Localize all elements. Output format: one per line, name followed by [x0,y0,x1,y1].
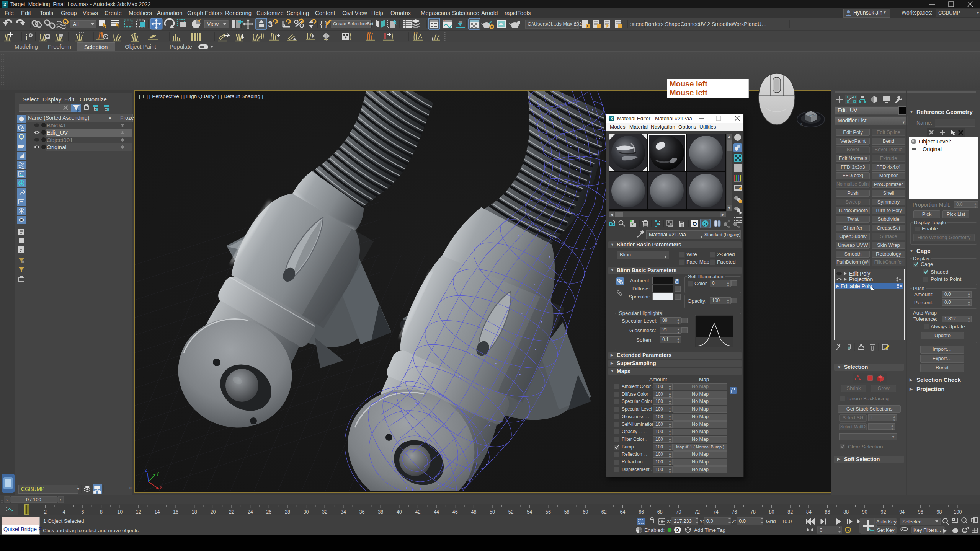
svg-text:28: 28 [285,509,290,515]
svg-text:z: z [145,468,147,473]
svg-text:38: 38 [378,509,383,515]
svg-text:22: 22 [229,509,234,515]
svg-text:26: 26 [266,509,271,515]
svg-text:All: All [73,21,79,27]
svg-text:12: 12 [136,509,141,515]
svg-text:94: 94 [899,509,905,515]
svg-text:4: 4 [63,509,65,515]
svg-text:60: 60 [583,509,588,515]
svg-text:88: 88 [843,509,849,515]
svg-text:18: 18 [192,509,197,515]
svg-text:Original: Original [923,146,942,152]
svg-text:Z:: Z: [732,518,737,524]
svg-text:y: y [157,471,159,476]
svg-text:16: 16 [173,509,178,515]
svg-text:ShapeConnect: ShapeConnect [665,21,701,27]
svg-text:100: 100 [954,509,962,515]
svg-text:C:\Users\JI...ds Max 202…: C:\Users\JI...ds Max 202… [528,21,587,27]
svg-text:96: 96 [918,509,923,515]
svg-text:0: 0 [820,527,822,533]
svg-text:70: 70 [676,509,681,515]
svg-text:14: 14 [155,509,160,515]
svg-text:64: 64 [620,509,626,515]
svg-text:Object Level:: Object Level: [919,139,951,145]
svg-text:Auto Key: Auto Key [876,519,897,525]
svg-text:O: O [693,220,697,227]
svg-text:58: 58 [564,509,570,515]
svg-text:View: View [207,21,219,27]
svg-text:56: 56 [546,509,551,515]
svg-text:‹: ‹ [6,497,8,502]
svg-text:[ + ] [ Perspective ] [ High Q: [ + ] [ Perspective ] [ High Quality* ] … [139,93,263,99]
svg-text:90: 90 [862,509,867,515]
svg-text:74: 74 [713,509,719,515]
svg-text:42: 42 [415,509,420,515]
svg-text:6: 6 [81,509,84,515]
svg-text:0.0: 0.0 [739,518,746,524]
svg-text:8: 8 [100,509,103,515]
svg-text:S: S [800,122,803,127]
svg-text:32: 32 [322,509,327,515]
svg-text:52: 52 [508,509,514,515]
svg-text:3: 3 [3,2,6,7]
svg-text:48: 48 [471,509,476,515]
svg-text:›: › [60,497,61,502]
svg-text:92: 92 [880,509,886,515]
svg-text:0 / 100: 0 / 100 [26,497,41,502]
svg-text:Projection: Projection [849,276,873,282]
svg-text:50: 50 [490,509,495,515]
svg-text:98: 98 [936,509,942,515]
svg-text:84: 84 [806,509,812,515]
svg-text:Add Time Tag: Add Time Tag [694,527,725,533]
svg-text:68: 68 [657,509,663,515]
svg-text:78: 78 [750,509,756,515]
svg-text:30: 30 [304,509,309,515]
svg-text:Enabled:: Enabled: [644,527,665,533]
svg-text:72: 72 [694,509,700,515]
svg-text:34: 34 [341,509,346,515]
svg-text:Grid = 10.0: Grid = 10.0 [766,518,792,524]
svg-text:24: 24 [248,509,253,515]
svg-text:62: 62 [601,509,607,515]
svg-text:UV 2 Smooth: UV 2 Smooth [698,21,730,27]
svg-text:Edit Poly: Edit Poly [849,271,870,277]
svg-text:82: 82 [787,509,793,515]
svg-text:36: 36 [359,509,365,515]
svg-text:Set Key: Set Key [877,527,895,533]
svg-text:46: 46 [452,509,458,515]
svg-text:O: O [676,527,679,533]
svg-text::xtendBorders: :xtendBorders [630,21,663,27]
svg-text:86: 86 [825,509,830,515]
svg-text::sWorkPlaneU…: :sWorkPlaneU… [727,21,767,27]
svg-text:54: 54 [527,509,532,515]
svg-text:Y:: Y: [699,518,704,524]
svg-text:0.0: 0.0 [706,518,713,524]
svg-text:44: 44 [434,509,439,515]
svg-text:66: 66 [639,509,644,515]
svg-text:2: 2 [44,509,47,515]
svg-text:x: x [160,484,162,490]
svg-text:X:: X: [666,518,671,524]
svg-text:Selected: Selected [902,519,922,525]
svg-text:76: 76 [732,509,737,515]
svg-text:10: 10 [117,509,122,515]
svg-text:80: 80 [769,509,774,515]
svg-text:Editable Poly: Editable Poly [841,283,872,289]
svg-text:i: i [25,33,28,41]
svg-text:Key Filters...: Key Filters... [913,527,941,533]
svg-text:217.233: 217.233 [674,518,692,524]
svg-text:3: 3 [610,116,612,121]
svg-text:20: 20 [210,509,216,515]
svg-text:3: 3 [268,20,273,29]
svg-text:40: 40 [397,509,402,515]
